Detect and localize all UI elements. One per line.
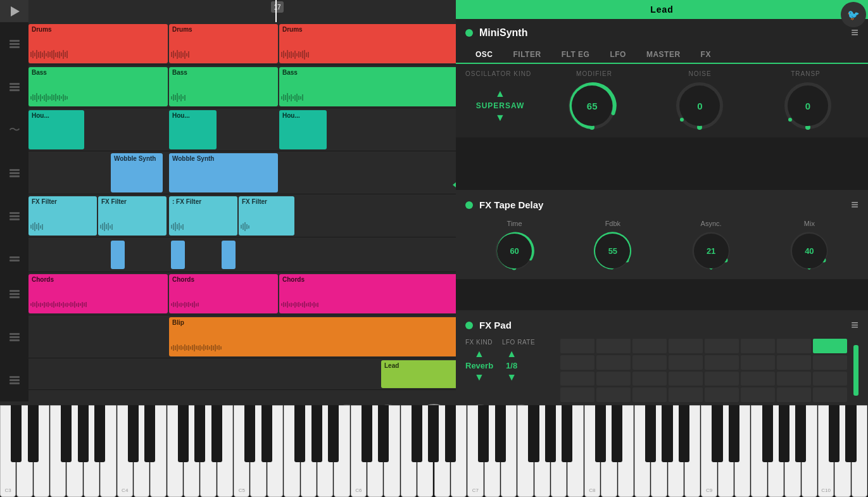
pad-cell[interactable] <box>813 339 847 353</box>
black-key[interactable] <box>645 405 656 462</box>
clip[interactable]: Drums <box>279 24 456 63</box>
clip[interactable]: Hou... <box>279 110 327 149</box>
black-key[interactable] <box>178 405 189 462</box>
tab-fx[interactable]: FX <box>691 46 721 64</box>
black-key[interactable] <box>445 405 456 462</box>
black-key[interactable] <box>845 405 856 462</box>
fx-pad-menu[interactable]: ≡ <box>851 318 859 332</box>
black-key[interactable] <box>412 405 422 462</box>
black-key[interactable] <box>294 405 305 462</box>
clip[interactable]: FX Filter <box>98 196 167 236</box>
clip[interactable]: : FX Filter <box>169 196 237 236</box>
black-key[interactable] <box>78 405 89 462</box>
black-key[interactable] <box>11 405 22 462</box>
pad-cell[interactable] <box>669 339 703 353</box>
pad-cell[interactable] <box>560 387 594 402</box>
clip[interactable]: Blip <box>169 317 456 356</box>
black-key[interactable] <box>495 405 506 462</box>
clip[interactable]: Hou... <box>28 110 84 149</box>
pad-cell[interactable] <box>632 355 667 370</box>
track-content-lead[interactable]: Lead <box>28 358 456 389</box>
play-button-top[interactable] <box>0 0 28 22</box>
pad-cell[interactable] <box>813 387 847 402</box>
pad-cell[interactable] <box>741 339 775 353</box>
osc-type-down[interactable]: ▼ <box>495 113 505 123</box>
tab-flt-eg[interactable]: FLT EG <box>551 46 600 64</box>
pad-cell[interactable] <box>596 387 631 402</box>
clip[interactable]: Bass <box>169 67 278 106</box>
black-key[interactable] <box>662 405 672 462</box>
black-key[interactable] <box>545 405 556 462</box>
clip[interactable]: Drums <box>169 24 278 63</box>
synth-menu-button[interactable]: ≡ <box>851 25 859 40</box>
black-key[interactable] <box>328 405 339 462</box>
black-key[interactable] <box>779 405 789 462</box>
tab-master[interactable]: MASTER <box>636 46 691 64</box>
pad-cell[interactable] <box>560 372 594 386</box>
synth-active-dot[interactable] <box>465 29 473 37</box>
black-key[interactable] <box>478 405 489 462</box>
clip[interactable]: Bass <box>28 67 168 106</box>
pad-cell[interactable] <box>560 355 594 370</box>
fx-tape-delay-dot[interactable] <box>465 201 473 209</box>
track-content-house[interactable]: Hou... Hou... Hou... <box>28 108 456 151</box>
timeline-bar[interactable]: 17 <box>28 0 456 22</box>
pad-cell[interactable] <box>669 355 703 370</box>
black-key[interactable] <box>428 405 439 462</box>
black-key[interactable] <box>28 405 39 462</box>
clip[interactable]: Wobble Synth <box>111 153 163 192</box>
pad-cell[interactable] <box>632 372 667 386</box>
pad-cell[interactable] <box>813 372 847 386</box>
pad-cell[interactable] <box>669 387 703 402</box>
clip[interactable]: FX Filter <box>239 196 294 236</box>
black-key[interactable] <box>211 405 222 462</box>
black-key[interactable] <box>261 405 272 462</box>
fx-mix-knob[interactable]: 40 <box>789 230 830 272</box>
lfo-rate-down[interactable]: ▼ <box>506 372 517 382</box>
clip[interactable]: Chords <box>279 274 456 313</box>
fx-kind-up[interactable]: ▲ <box>474 349 484 359</box>
clip[interactable]: Wobble Synth <box>169 153 278 192</box>
track-content-bass[interactable]: Bass Bass Bass <box>28 65 456 108</box>
tab-lfo[interactable]: LFO <box>600 46 636 64</box>
pad-cell[interactable] <box>705 387 739 402</box>
black-key[interactable] <box>94 405 105 462</box>
clip-lead[interactable]: Lead <box>381 360 456 388</box>
pad-cell[interactable] <box>777 372 811 386</box>
clip[interactable]: Chords <box>169 274 278 313</box>
black-key[interactable] <box>762 405 773 462</box>
black-key[interactable] <box>362 405 372 462</box>
lfo-rate-up[interactable]: ▲ <box>506 349 517 359</box>
clip[interactable]: Hou... <box>169 110 217 149</box>
black-key[interactable] <box>795 405 806 462</box>
fx-fdbk-knob[interactable]: 55 <box>592 230 633 272</box>
pad-cell[interactable] <box>741 372 775 386</box>
black-key[interactable] <box>311 405 322 462</box>
pad-cell[interactable] <box>777 387 811 402</box>
pad-cell[interactable] <box>705 339 739 353</box>
clip[interactable] <box>222 241 236 269</box>
osc-type-up[interactable]: ▲ <box>495 89 505 99</box>
transp-knob[interactable]: 0 <box>783 80 833 131</box>
pad-cell[interactable] <box>741 355 775 370</box>
track-content-drums[interactable]: Drums Drums Drums <box>28 22 456 65</box>
black-key[interactable] <box>595 405 606 462</box>
track-content-wobble[interactable]: Wobble Synth Wobble Synth <box>28 151 456 194</box>
black-key[interactable] <box>61 405 72 462</box>
black-key[interactable] <box>612 405 622 462</box>
black-key[interactable] <box>729 405 739 462</box>
fx-kind-down[interactable]: ▼ <box>474 372 484 382</box>
clip[interactable]: Chords <box>28 274 168 313</box>
pad-cell[interactable] <box>632 387 667 402</box>
black-key[interactable] <box>562 405 572 462</box>
track-content-blip[interactable]: Blip <box>28 315 456 358</box>
black-key[interactable] <box>128 405 139 462</box>
pad-cell[interactable] <box>705 355 739 370</box>
black-key[interactable] <box>244 405 255 462</box>
pad-cell[interactable] <box>596 372 631 386</box>
black-key[interactable] <box>144 405 155 462</box>
clip[interactable] <box>171 241 185 269</box>
pad-cell[interactable] <box>777 355 811 370</box>
black-key[interactable] <box>194 405 205 462</box>
track-content-fxfilter[interactable]: FX Filter FX Filter : FX Filter <box>28 194 456 237</box>
